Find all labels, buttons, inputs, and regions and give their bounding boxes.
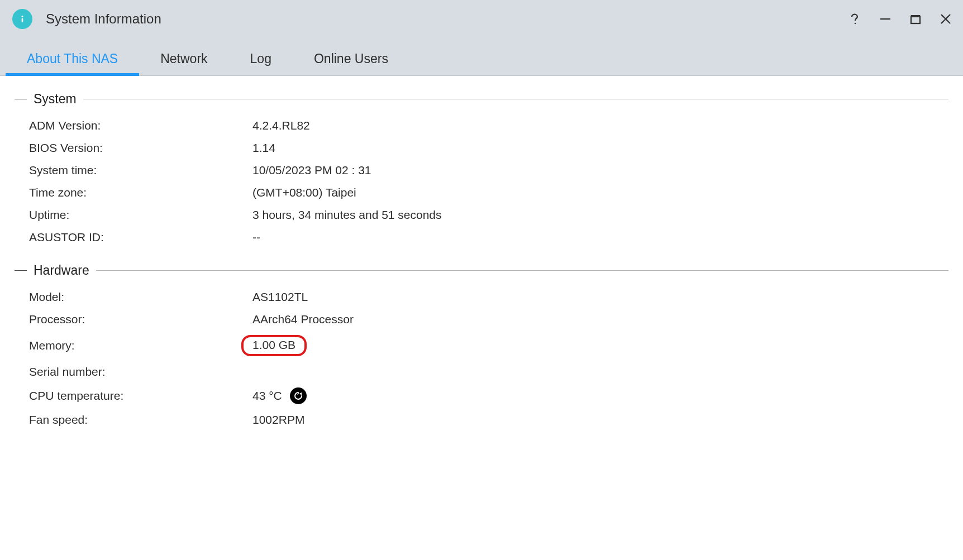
label-bios-version: BIOS Version: [29, 141, 252, 155]
row-model: Model: AS1102TL [15, 286, 948, 308]
row-adm-version: ADM Version: 4.2.4.RL82 [15, 114, 948, 137]
row-cpu-temperature: CPU temperature: 43 °C [15, 383, 948, 409]
section-header-system: System [15, 92, 948, 107]
row-memory: Memory: 1.00 GB [15, 331, 948, 361]
row-bios-version: BIOS Version: 1.14 [15, 137, 948, 159]
row-serial-number: Serial number: [15, 361, 948, 383]
label-processor: Processor: [29, 313, 252, 326]
value-system-time: 10/05/2023 PM 02 : 31 [252, 164, 371, 177]
help-button[interactable] [848, 12, 862, 26]
content-area: System ADM Version: 4.2.4.RL82 BIOS Vers… [0, 76, 963, 560]
tab-bar: About This NAS Network Log Online Users [0, 38, 963, 76]
row-uptime: Uptime: 3 hours, 34 minutes and 51 secon… [15, 204, 948, 226]
value-adm-version: 4.2.4.RL82 [252, 119, 310, 132]
label-model: Model: [29, 290, 252, 304]
value-processor: AArch64 Processor [252, 313, 354, 326]
value-memory: 1.00 GB [252, 338, 295, 351]
row-processor: Processor: AArch64 Processor [15, 308, 948, 331]
label-uptime: Uptime: [29, 208, 252, 222]
svg-marker-8 [299, 393, 302, 395]
minimize-button[interactable] [878, 12, 893, 26]
info-app-icon [12, 9, 32, 29]
label-fan-speed: Fan speed: [29, 413, 252, 427]
titlebar: System Information [0, 0, 963, 38]
value-cpu-temperature: 43 °C [252, 389, 282, 403]
tab-log[interactable]: Log [229, 42, 293, 75]
value-uptime: 3 hours, 34 minutes and 51 seconds [252, 208, 442, 222]
label-time-zone: Time zone: [29, 186, 252, 199]
label-memory: Memory: [29, 339, 252, 352]
row-asustor-id: ASUSTOR ID: -- [15, 226, 948, 248]
label-system-time: System time: [29, 164, 252, 177]
close-button[interactable] [938, 12, 953, 26]
tab-online-users[interactable]: Online Users [293, 42, 409, 75]
tab-network[interactable]: Network [139, 42, 228, 75]
row-system-time: System time: 10/05/2023 PM 02 : 31 [15, 159, 948, 181]
svg-point-0 [22, 16, 23, 17]
svg-point-2 [855, 23, 856, 25]
window-controls [848, 12, 953, 26]
value-model: AS1102TL [252, 290, 308, 304]
value-time-zone: (GMT+08:00) Taipei [252, 186, 356, 199]
row-time-zone: Time zone: (GMT+08:00) Taipei [15, 181, 948, 204]
system-information-window: System Information About This NAS Networ… [0, 0, 963, 560]
row-fan-speed: Fan speed: 1002RPM [15, 409, 948, 431]
label-adm-version: ADM Version: [29, 119, 252, 132]
maximize-button[interactable] [908, 12, 923, 26]
section-title-system: System [30, 92, 80, 107]
label-serial-number: Serial number: [29, 365, 252, 379]
label-asustor-id: ASUSTOR ID: [29, 231, 252, 244]
section-header-hardware: Hardware [15, 263, 948, 278]
svg-rect-1 [22, 18, 23, 23]
refresh-cpu-temp-button[interactable] [290, 387, 307, 404]
label-cpu-temperature: CPU temperature: [29, 389, 252, 403]
tab-about-this-nas[interactable]: About This NAS [6, 42, 139, 75]
value-memory-highlighted: 1.00 GB [241, 335, 307, 356]
value-fan-speed: 1002RPM [252, 413, 304, 427]
value-asustor-id: -- [252, 231, 260, 244]
window-title: System Information [46, 11, 161, 27]
value-bios-version: 1.14 [252, 141, 275, 155]
section-title-hardware: Hardware [30, 263, 93, 278]
